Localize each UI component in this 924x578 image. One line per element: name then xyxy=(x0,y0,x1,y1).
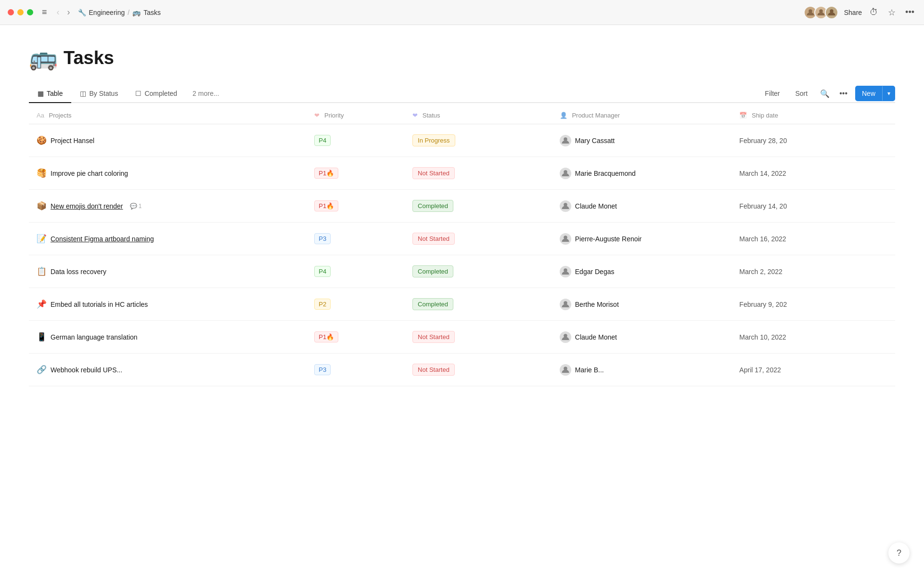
project-name[interactable]: German language translation xyxy=(51,333,138,341)
priority-badge[interactable]: P1🔥 xyxy=(314,168,338,179)
new-button-label[interactable]: New xyxy=(855,86,882,101)
project-name[interactable]: Embed all tutorials in HC articles xyxy=(51,301,148,308)
forward-button[interactable]: › xyxy=(64,6,73,18)
project-name[interactable]: Improve pie chart coloring xyxy=(51,170,128,177)
breadcrumb-page-label[interactable]: Tasks xyxy=(143,9,161,16)
table-row[interactable]: 📋 Data loss recoveryP4Completed Edgar De… xyxy=(29,255,895,288)
more-view-options-button[interactable]: ••• xyxy=(837,87,849,100)
project-cell-7: 📱 German language translation xyxy=(29,321,307,354)
manager-avatar xyxy=(560,364,571,376)
manager-cell-1: Mary Cassatt xyxy=(552,124,732,157)
priority-cell-3: P1🔥 xyxy=(307,190,405,223)
table-row[interactable]: 🔗 Webhook rebuild UPS...P3Not Started Ma… xyxy=(29,354,895,386)
priority-badge[interactable]: P1🔥 xyxy=(314,331,338,342)
shipdate-col-icon: 📅 xyxy=(739,112,747,119)
close-window-button[interactable] xyxy=(8,9,14,15)
more-tabs-button[interactable]: 2 more... xyxy=(186,85,226,102)
project-cell-6: 📌 Embed all tutorials in HC articles xyxy=(29,288,307,321)
status-badge[interactable]: Not Started xyxy=(412,331,455,343)
filter-button[interactable]: Filter xyxy=(760,87,784,100)
table-row[interactable]: 📱 German language translationP1🔥Not Star… xyxy=(29,321,895,354)
priority-badge[interactable]: P3 xyxy=(314,364,331,375)
project-cell-5: 📋 Data loss recovery xyxy=(29,255,307,288)
manager-cell-5: Edgar Degas xyxy=(552,255,732,288)
tabs-row: ▦ Table ◫ By Status ☐ Completed 2 more..… xyxy=(29,85,895,103)
title-bar-right: Share ⏱ ☆ ••• xyxy=(804,5,916,20)
manager-name: Pierre-Auguste Renoir xyxy=(575,235,642,243)
priority-badge[interactable]: P3 xyxy=(314,233,331,244)
project-emoji: 📦 xyxy=(37,201,47,211)
table-header-row: Aa Projects ❤ Priority ❤ Status 👤 Produc… xyxy=(29,107,895,124)
maximize-window-button[interactable] xyxy=(27,9,33,15)
status-badge[interactable]: Not Started xyxy=(412,364,455,376)
status-badge[interactable]: Not Started xyxy=(412,167,455,179)
col-header-priority: ❤ Priority xyxy=(307,107,405,124)
table-row[interactable]: 📝 Consistent Figma artboard namingP3Not … xyxy=(29,223,895,255)
priority-badge[interactable]: P2 xyxy=(314,299,331,310)
tasks-table: Aa Projects ❤ Priority ❤ Status 👤 Produc… xyxy=(29,107,895,386)
col-header-manager: 👤 Product Manager xyxy=(552,107,732,124)
priority-cell-7: P1🔥 xyxy=(307,321,405,354)
status-badge[interactable]: Completed xyxy=(412,298,453,310)
breadcrumb-workspace-icon: 🔧 xyxy=(78,9,86,16)
more-options-button[interactable]: ••• xyxy=(903,5,916,19)
priority-badge[interactable]: P1🔥 xyxy=(314,200,338,211)
status-cell-2: Not Started xyxy=(405,157,552,190)
manager-name: Marie B... xyxy=(575,366,604,374)
status-badge[interactable]: Completed xyxy=(412,200,453,212)
status-cell-1: In Progress xyxy=(405,124,552,157)
status-cell-3: Completed xyxy=(405,190,552,223)
status-badge[interactable]: In Progress xyxy=(412,134,455,146)
favorite-button[interactable]: ☆ xyxy=(886,5,898,20)
ship-date: March 10, 2022 xyxy=(739,333,786,341)
search-button[interactable]: 🔍 xyxy=(818,87,832,100)
project-name[interactable]: Project Hansel xyxy=(51,137,94,144)
history-button[interactable]: ⏱ xyxy=(868,5,880,19)
manager-col-label: Product Manager xyxy=(572,112,620,119)
page-container: 🚌 Tasks ▦ Table ◫ By Status ☐ Completed … xyxy=(0,25,924,396)
project-emoji: 🔗 xyxy=(37,365,47,375)
new-button[interactable]: New ▾ xyxy=(855,86,895,101)
project-name[interactable]: Data loss recovery xyxy=(51,268,106,276)
project-name[interactable]: Consistent Figma artboard naming xyxy=(51,235,154,243)
priority-col-label: Priority xyxy=(324,112,344,119)
table-row[interactable]: 📦 New emojis don't render💬 1P1🔥Completed… xyxy=(29,190,895,223)
project-name[interactable]: Webhook rebuild UPS... xyxy=(51,366,122,374)
manager-cell-6: Berthe Morisot xyxy=(552,288,732,321)
back-button[interactable]: ‹ xyxy=(54,6,63,18)
priority-badge[interactable]: P4 xyxy=(314,266,331,277)
project-emoji: 🥞 xyxy=(37,168,47,178)
tab-table[interactable]: ▦ Table xyxy=(29,85,71,103)
breadcrumb-separator: / xyxy=(128,9,129,16)
menu-button[interactable]: ≡ xyxy=(40,5,49,19)
share-button[interactable]: Share xyxy=(844,9,862,16)
collaborators-avatars xyxy=(804,6,838,19)
completed-tab-icon: ☐ xyxy=(135,90,141,97)
new-button-chevron[interactable]: ▾ xyxy=(882,86,895,101)
shipdate-cell-6: February 9, 202 xyxy=(732,288,895,321)
tab-completed[interactable]: ☐ Completed xyxy=(127,85,186,103)
avatar-3 xyxy=(825,6,838,19)
table-row[interactable]: 📌 Embed all tutorials in HC articlesP2Co… xyxy=(29,288,895,321)
ship-date: April 17, 2022 xyxy=(739,366,781,374)
priority-badge[interactable]: P4 xyxy=(314,135,331,146)
tab-by-status[interactable]: ◫ By Status xyxy=(71,85,127,103)
tab-table-label: Table xyxy=(47,90,63,97)
shipdate-col-label: Ship date xyxy=(752,112,778,119)
project-name[interactable]: New emojis don't render xyxy=(51,202,123,210)
project-emoji: 📝 xyxy=(37,234,47,244)
manager-name: Mary Cassatt xyxy=(575,137,615,144)
table-row[interactable]: 🍪 Project HanselP4In Progress Mary Cassa… xyxy=(29,124,895,157)
comment-badge[interactable]: 💬 1 xyxy=(130,203,142,210)
project-cell-8: 🔗 Webhook rebuild UPS... xyxy=(29,354,307,386)
window-controls xyxy=(8,9,33,15)
sort-button[interactable]: Sort xyxy=(790,87,812,100)
breadcrumb-workspace-label[interactable]: Engineering xyxy=(89,9,125,16)
status-badge[interactable]: Not Started xyxy=(412,233,455,245)
manager-cell-7: Claude Monet xyxy=(552,321,732,354)
ship-date: February 28, 20 xyxy=(739,137,787,144)
help-button[interactable]: ? xyxy=(888,542,910,564)
status-badge[interactable]: Completed xyxy=(412,265,453,277)
table-row[interactable]: 🥞 Improve pie chart coloringP1🔥Not Start… xyxy=(29,157,895,190)
minimize-window-button[interactable] xyxy=(17,9,24,15)
